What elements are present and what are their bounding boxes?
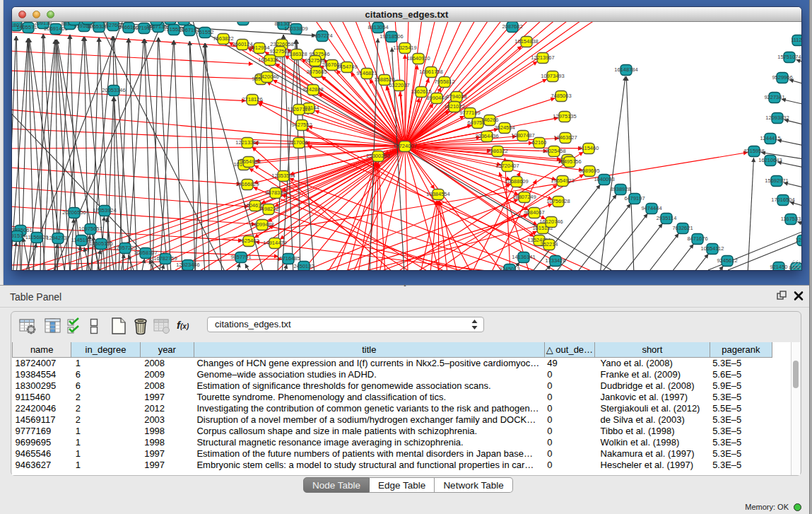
svg-text:12505135: 12505135 (89, 240, 112, 247)
svg-text:11121: 11121 (791, 37, 801, 43)
svg-text:10807487: 10807487 (511, 132, 534, 139)
svg-text:8678334: 8678334 (265, 189, 286, 196)
svg-text:10756928: 10756928 (546, 198, 570, 204)
svg-text:7986322: 7986322 (487, 148, 507, 154)
svg-text:12942737: 12942737 (46, 235, 69, 241)
svg-text:19384554: 19384554 (426, 191, 449, 197)
svg-text:16543362: 16543362 (258, 57, 281, 63)
svg-text:9115460: 9115460 (579, 145, 599, 151)
svg-text:9427552: 9427552 (291, 122, 312, 128)
svg-text:18463627: 18463627 (553, 134, 577, 141)
svg-text:15716485: 15716485 (276, 255, 300, 262)
svg-text:746266: 746266 (481, 117, 498, 123)
svg-text:12923446: 12923446 (176, 262, 199, 268)
svg-text:1145194: 1145194 (71, 237, 92, 243)
svg-text:9245013: 9245013 (499, 266, 519, 271)
svg-text:12103: 12103 (796, 237, 801, 243)
svg-text:25300293: 25300293 (366, 153, 389, 159)
svg-text:7663822: 7663822 (213, 35, 233, 42)
svg-text:2935114: 2935114 (657, 215, 677, 221)
svg-text:13267110: 13267110 (288, 106, 311, 112)
svg-text:14136141: 14136141 (512, 254, 535, 260)
svg-text:1640093: 1640093 (594, 176, 614, 182)
svg-text:3498222: 3498222 (258, 206, 278, 212)
svg-text:18724007: 18724007 (393, 143, 416, 149)
svg-text:6794028: 6794028 (446, 93, 466, 100)
svg-text:16148784: 16148784 (614, 66, 637, 73)
svg-text:10973493: 10973493 (541, 73, 564, 79)
svg-text:1362615: 1362615 (411, 88, 431, 95)
svg-text:8938928: 8938928 (610, 186, 630, 192)
svg-text:8912954: 8912954 (249, 45, 269, 51)
svg-text:15692971: 15692971 (765, 177, 788, 184)
svg-text:16154838: 16154838 (514, 38, 538, 45)
svg-text:8990448: 8990448 (426, 95, 447, 101)
svg-text:20053346: 20053346 (102, 87, 125, 93)
svg-text:8471676: 8471676 (687, 235, 707, 242)
svg-text:17353924: 17353924 (93, 207, 116, 214)
svg-text:9084067: 9084067 (524, 209, 544, 216)
svg-text:7625402: 7625402 (238, 238, 259, 244)
svg-text:8813054: 8813054 (367, 24, 388, 30)
svg-text:12213369: 12213369 (235, 139, 259, 146)
svg-text:9245612: 9245612 (717, 257, 737, 264)
svg-text:20364436: 20364436 (475, 133, 498, 139)
svg-text:9242848: 9242848 (302, 86, 323, 93)
svg-text:19654923: 19654923 (551, 177, 574, 184)
svg-text:22420046: 22420046 (255, 74, 278, 80)
svg-text:2718126: 2718126 (242, 96, 262, 103)
svg-text:11156829: 11156829 (25, 234, 48, 240)
svg-text:9529966: 9529966 (772, 74, 792, 81)
svg-text:16961758: 16961758 (419, 69, 442, 75)
svg-text:917004: 917004 (290, 139, 307, 146)
svg-text:10975657: 10975657 (78, 226, 102, 232)
svg-text:3675685: 3675685 (306, 69, 326, 75)
svg-text:12353594: 12353594 (271, 173, 295, 179)
svg-text:9857791: 9857791 (230, 254, 251, 260)
svg-text:6322037: 6322037 (389, 82, 409, 88)
svg-text:14099488: 14099488 (250, 221, 273, 228)
svg-text:10025458: 10025458 (542, 148, 565, 154)
svg-text:1621022: 1621022 (444, 103, 464, 110)
svg-text:10688609: 10688609 (505, 178, 528, 185)
svg-text:15751074: 15751074 (777, 54, 801, 60)
svg-text:9089695: 9089695 (579, 168, 599, 174)
svg-text:15720407: 15720407 (495, 163, 519, 169)
svg-text:7485063: 7485063 (551, 93, 571, 99)
svg-text:12213967: 12213967 (531, 54, 554, 61)
svg-text:3624554: 3624554 (494, 124, 514, 131)
svg-text:9227341: 9227341 (764, 94, 784, 100)
svg-text:16782759: 16782759 (153, 255, 177, 262)
svg-text:1244415: 1244415 (760, 135, 780, 141)
svg-text:9146821: 9146821 (356, 70, 377, 76)
svg-text:7857224: 7857224 (312, 33, 332, 39)
svg-text:6479197: 6479197 (624, 195, 645, 201)
svg-text:18640910: 18640910 (406, 55, 430, 62)
svg-text:12975135: 12975135 (553, 113, 576, 119)
svg-text:20206556: 20206556 (62, 209, 86, 216)
svg-text:19654985: 19654985 (237, 158, 260, 165)
svg-text:7632621: 7632621 (672, 225, 693, 231)
svg-text:16120746: 16120746 (539, 218, 563, 225)
svg-text:18495756: 18495756 (558, 158, 581, 165)
svg-text:62160: 62160 (532, 139, 547, 146)
svg-text:2450132: 2450132 (293, 263, 314, 269)
svg-text:10654112: 10654112 (701, 245, 724, 252)
svg-text:2087682: 2087682 (502, 23, 522, 30)
svg-text:751552: 751552 (196, 29, 213, 35)
svg-text:16210643: 16210643 (758, 157, 782, 163)
svg-text:252214: 252214 (540, 241, 558, 247)
svg-text:8215958: 8215958 (743, 148, 764, 154)
svg-text:16033809: 16033809 (284, 25, 307, 32)
svg-text:14914479: 14914479 (263, 240, 286, 246)
svg-text:7955812: 7955812 (434, 78, 454, 85)
svg-text:921450: 921450 (770, 264, 787, 270)
svg-text:19166829: 19166829 (235, 181, 259, 187)
svg-text:12093832: 12093832 (765, 115, 789, 121)
svg-text:17016504: 17016504 (771, 197, 794, 203)
svg-text:9474444: 9474444 (641, 205, 661, 211)
svg-text:9777169: 9777169 (459, 110, 480, 116)
svg-text:8454749: 8454749 (336, 64, 357, 70)
svg-text:1167533: 1167533 (781, 216, 801, 222)
svg-text:1733426: 1733426 (545, 257, 565, 264)
